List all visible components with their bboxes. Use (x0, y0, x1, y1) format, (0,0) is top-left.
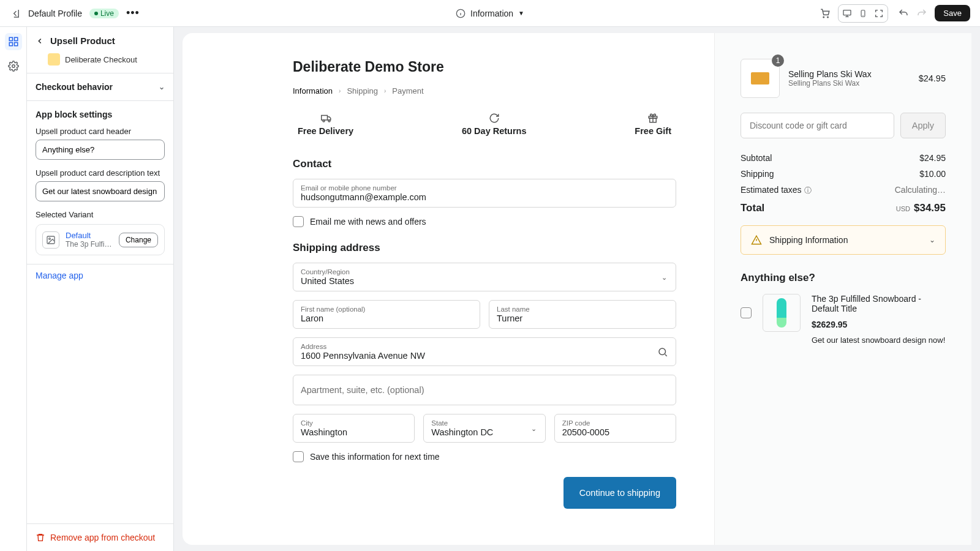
app-name: Deliberate Checkout (65, 55, 137, 64)
crumb-information[interactable]: Information (293, 86, 333, 96)
preview-frame: Deliberate Demo Store Information › Ship… (183, 33, 971, 545)
live-badge: Live (89, 9, 119, 18)
email-field[interactable]: Email or mobile phone number hudsongutma… (293, 179, 676, 208)
save-info-checkbox[interactable] (293, 451, 304, 462)
sidebar-title: Upsell Product (50, 36, 115, 46)
country-select[interactable]: Country/Region United States ⌄ (293, 263, 676, 291)
cart-thumbnail: 1 (741, 59, 780, 98)
chevron-down-icon: ⌄ (159, 83, 165, 91)
info-icon (456, 9, 466, 18)
variant-title-link[interactable]: Default (66, 231, 113, 240)
discount-input[interactable] (741, 113, 894, 138)
continue-button[interactable]: Continue to shipping (564, 477, 676, 509)
header-field-input[interactable] (36, 140, 165, 160)
preview-canvas: Deliberate Demo Store Information › Ship… (174, 27, 980, 551)
settings-section-label: App block settings (36, 110, 112, 119)
perk-gift: Free Gift (635, 113, 671, 136)
total-row: Total USD$34.95 (741, 202, 946, 214)
upsell-checkbox[interactable] (741, 307, 752, 318)
zip-field[interactable]: ZIP code 20500-0005 (554, 414, 676, 443)
change-button[interactable]: Change (119, 233, 158, 247)
page-selector[interactable]: Information ▼ (456, 9, 524, 18)
variant-thumb-icon (42, 231, 59, 249)
first-name-field[interactable]: First name (optional) Laron (293, 300, 480, 329)
upsell-product-name: The 3p Fulfilled Snowboard - Default Tit… (812, 294, 946, 313)
svg-rect-12 (321, 116, 327, 121)
svg-rect-8 (14, 43, 17, 46)
profile-name: Default Profile (28, 9, 82, 18)
remove-app-link[interactable]: Remove app from checkout (36, 533, 165, 542)
state-select[interactable]: State Washington DC ⌄ (423, 414, 545, 443)
remove-app-label: Remove app from checkout (50, 533, 155, 542)
cart-item-subtitle: Selling Plans Ski Wax (788, 79, 910, 88)
mobile-icon[interactable] (856, 6, 870, 21)
behavior-section-label: Checkout behavior (36, 82, 113, 92)
redo-icon[interactable] (915, 7, 929, 20)
news-checkbox-row: Email me with news and offers (293, 216, 676, 227)
upsell-section-title: Anything else? (741, 272, 946, 284)
info-icon[interactable]: ⓘ (804, 186, 812, 195)
address-field[interactable]: Address 1600 Pennsylvania Avenue NW (293, 337, 676, 366)
variant-subtitle: The 3p Fulfilled Snow… (66, 240, 113, 249)
sections-rail-icon[interactable] (5, 33, 22, 50)
apartment-field[interactable]: Apartment, suite, etc. (optional) (293, 375, 676, 405)
topbar: Default Profile Live ••• Information ▼ S… (0, 0, 980, 27)
shipping-row: Shipping $10.00 (741, 169, 946, 179)
behavior-section-header[interactable]: Checkout behavior ⌄ (27, 73, 173, 100)
save-button[interactable]: Save (935, 5, 970, 21)
svg-point-11 (49, 238, 51, 239)
variant-label: Selected Variant (36, 210, 165, 219)
app-icon (48, 53, 60, 66)
chevron-down-icon: ⌄ (531, 424, 537, 432)
crumb-shipping[interactable]: Shipping (347, 86, 378, 96)
svg-point-9 (12, 65, 15, 68)
cart-item: 1 Selling Plans Ski Wax Selling Plans Sk… (741, 59, 946, 98)
svg-rect-3 (843, 10, 851, 15)
gift-icon (647, 113, 658, 122)
variant-card: Default The 3p Fulfilled Snow… Change (36, 224, 165, 255)
last-name-field[interactable]: Last name Turner (489, 300, 676, 329)
header-field-label: Upsell product card header (36, 127, 165, 136)
desktop-icon[interactable] (840, 6, 854, 21)
crumb-payment[interactable]: Payment (392, 86, 423, 96)
back-icon[interactable] (36, 37, 44, 45)
svg-point-2 (827, 17, 829, 18)
chevron-right-icon: › (339, 88, 341, 94)
warning-icon (751, 234, 762, 246)
perk-delivery: Free Delivery (298, 113, 353, 136)
news-checkbox[interactable] (293, 216, 304, 227)
cart-item-price: $24.95 (919, 73, 946, 83)
chevron-down-icon: ▼ (518, 10, 524, 17)
more-icon[interactable]: ••• (126, 7, 140, 20)
page-selector-label: Information (470, 9, 513, 18)
svg-rect-6 (14, 37, 17, 40)
apply-button[interactable]: Apply (900, 113, 946, 138)
breadcrumb: Information › Shipping › Payment (293, 86, 676, 96)
save-info-row: Save this information for next time (293, 451, 676, 462)
perks-row: Free Delivery 60 Day Returns Free Gift (293, 113, 676, 136)
exit-icon[interactable] (10, 8, 21, 19)
svg-point-13 (323, 120, 325, 122)
cart-icon[interactable] (818, 7, 832, 20)
search-icon[interactable] (657, 347, 668, 358)
shipping-info-accordion[interactable]: Shipping Information ⌄ (741, 225, 946, 255)
news-checkbox-label: Email me with news and offers (310, 217, 426, 227)
upsell-product-desc: Get our latest snowboard design now! (812, 335, 946, 345)
undo-icon[interactable] (897, 7, 910, 20)
chevron-down-icon: ⌄ (929, 236, 935, 244)
trash-icon (36, 533, 45, 542)
city-field[interactable]: City Washington (293, 414, 415, 443)
fullscreen-icon[interactable] (872, 6, 886, 21)
svg-point-14 (328, 120, 330, 122)
address-title: Shipping address (293, 242, 676, 254)
nav-rail (0, 27, 27, 551)
contact-title: Contact (293, 158, 676, 170)
app-row[interactable]: Deliberate Checkout (27, 51, 173, 73)
chevron-down-icon: ⌄ (662, 273, 667, 281)
upsell-card: The 3p Fulfilled Snowboard - Default Tit… (741, 294, 946, 345)
desc-field-input[interactable] (36, 181, 165, 201)
desc-field-label: Upsell product card description text (36, 168, 165, 178)
settings-rail-icon[interactable] (5, 58, 22, 75)
manage-app-link[interactable]: Manage app (27, 264, 173, 280)
save-info-label: Save this information for next time (310, 452, 440, 462)
